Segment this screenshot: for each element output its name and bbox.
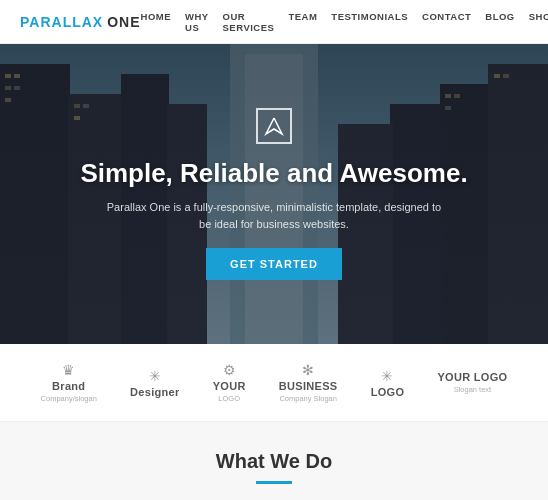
- logo-name-5: YOUR LOGO: [437, 371, 507, 383]
- hero-content: Simple, Reliable and Awesome. Parallax O…: [80, 108, 467, 280]
- logo-sub-0: Company/slogan: [41, 394, 97, 403]
- logo-item-1: ✳Designer: [130, 368, 179, 398]
- logo-sub-5: Slogan text: [454, 385, 492, 394]
- logo-item-0: ♛BrandCompany/slogan: [41, 362, 97, 403]
- logo-name-2: YOUR: [213, 380, 246, 392]
- hero-title: Simple, Reliable and Awesome.: [80, 158, 467, 189]
- nav-item-shop[interactable]: SHOP: [529, 11, 548, 33]
- logo-name-3: BUSINESS: [279, 380, 338, 392]
- get-started-button[interactable]: GET STARTED: [206, 248, 342, 280]
- logo-item-5: YOUR LOGOSlogan text: [437, 371, 507, 394]
- logo-sub-2: LOGO: [218, 394, 240, 403]
- hero-icon: [256, 108, 292, 144]
- nav-item-home[interactable]: HOME: [141, 11, 172, 33]
- logo-name-4: LOGO: [371, 386, 405, 398]
- nav-item-testimonials[interactable]: TESTIMONIALS: [331, 11, 408, 33]
- logo-sub-3: Company Slogan: [279, 394, 337, 403]
- navbar: PARALLAX ONE HOMEWHY USOUR SERVICESTEAMT…: [0, 0, 548, 44]
- hero-section: Simple, Reliable and Awesome. Parallax O…: [0, 44, 548, 344]
- brand-one: ONE: [107, 14, 140, 30]
- nav-menu: HOMEWHY USOUR SERVICESTEAMTESTIMONIALSCO…: [141, 11, 548, 33]
- logo-item-2: ⚙YOURLOGO: [213, 362, 246, 403]
- logo-icon-3: ✻: [302, 362, 314, 378]
- nav-item-team[interactable]: TEAM: [288, 11, 317, 33]
- logos-bar: ♛BrandCompany/slogan✳Designer⚙YOURLOGO✻B…: [0, 344, 548, 422]
- nav-item-blog[interactable]: BLOG: [485, 11, 514, 33]
- logo-icon-1: ✳: [149, 368, 161, 384]
- logo-item-3: ✻BUSINESSCompany Slogan: [279, 362, 338, 403]
- section-divider: [256, 481, 292, 484]
- what-we-do-section: What We Do Lorem ipsum dolor sit amet, c…: [0, 422, 548, 500]
- nav-item-our-services[interactable]: OUR SERVICES: [223, 11, 275, 33]
- logo-icon-4: ✳: [381, 368, 393, 384]
- logo-name-0: Brand: [52, 380, 85, 392]
- logo-name-1: Designer: [130, 386, 179, 398]
- brand-parallax: PARALLAX: [20, 14, 103, 30]
- logo-item-4: ✳LOGO: [371, 368, 405, 398]
- nav-item-why-us[interactable]: WHY US: [185, 11, 209, 33]
- brand-logo[interactable]: PARALLAX ONE: [20, 14, 141, 30]
- hero-subtitle: Parallax One is a fully-responsive, mini…: [104, 199, 444, 232]
- logo-icon-2: ⚙: [223, 362, 236, 378]
- section-title: What We Do: [24, 450, 524, 473]
- nav-item-contact[interactable]: CONTACT: [422, 11, 471, 33]
- logo-icon-0: ♛: [62, 362, 75, 378]
